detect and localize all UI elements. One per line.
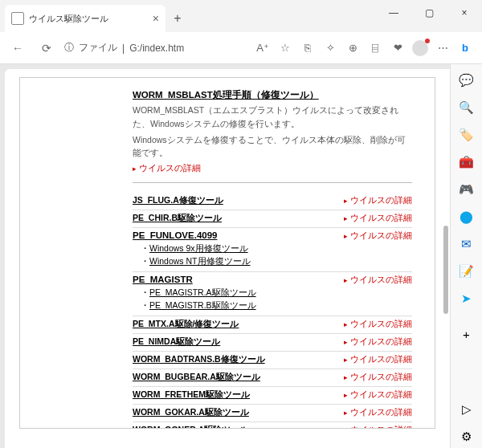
- chat-icon[interactable]: 💬: [455, 69, 478, 92]
- tool-row: WORM_GOKAR.A駆除ツールウイルスの詳細: [133, 405, 412, 422]
- window-controls: — ▢ ×: [376, 0, 482, 26]
- note-icon[interactable]: 📝: [455, 260, 478, 283]
- page-content: WORM_MSBLAST処理手順（修復ツール） WORM_MSBLAST（エムエ…: [5, 69, 450, 448]
- tool-title-link[interactable]: WORM_BUGBEAR.A駆除ツール: [133, 372, 260, 383]
- toolbar: ← ⟳ ⓘ ファイル | G:/index.htm A⁺ ☆ ⎘ ✧ ⊕ ⌸ ❤…: [0, 32, 482, 64]
- tool-detail-link[interactable]: ウイルスの詳細: [344, 213, 412, 224]
- tool-detail-link[interactable]: ウイルスの詳細: [344, 425, 412, 429]
- tool-group: PE_MAGISTRウイルスの詳細PE_MAGISTR.A駆除ツールPE_MAG…: [133, 272, 412, 316]
- featured-section: WORM_MSBLAST処理手順（修復ツール） WORM_MSBLAST（エムエ…: [133, 89, 412, 183]
- address-path: G:/index.htm: [129, 43, 184, 54]
- tool-title-link[interactable]: PE_NIMDA駆除ツール: [133, 336, 220, 348]
- tool-detail-link[interactable]: ウイルスの詳細: [344, 372, 412, 383]
- featured-detail-link[interactable]: ウイルスの詳細: [133, 163, 201, 173]
- tool-title-link[interactable]: WORM_FRETHEM駆除ツール: [133, 389, 250, 401]
- tool-detail-link[interactable]: ウイルスの詳細: [344, 319, 412, 330]
- minimize-button[interactable]: —: [376, 0, 411, 26]
- tool-row: PE_NIMDA駆除ツールウイルスの詳細: [133, 334, 412, 352]
- sync-icon[interactable]: ⎘: [297, 37, 318, 59]
- close-window-button[interactable]: ×: [447, 0, 482, 26]
- tool-detail-link[interactable]: ウイルスの詳細: [344, 336, 412, 348]
- tool-detail-link[interactable]: ウイルスの詳細: [344, 354, 412, 365]
- scrollbar-thumb[interactable]: [443, 226, 448, 314]
- tool-title-link[interactable]: WORM_GONER.A駆除ツール: [133, 425, 248, 429]
- more-menu-icon[interactable]: ⋯: [432, 37, 453, 59]
- tool-detail-link[interactable]: ウイルスの詳細: [344, 389, 412, 401]
- tool-row: WORM_BADTRANS.B修復ツールウイルスの詳細: [133, 352, 412, 369]
- maximize-button[interactable]: ▢: [411, 0, 447, 26]
- settings-icon[interactable]: ⚙: [455, 426, 478, 448]
- info-icon: ⓘ: [64, 41, 74, 55]
- search-icon[interactable]: 🔍: [455, 96, 478, 119]
- featured-desc-2: Windowsシステムを修復することで、ウイルス本体の駆除、削除が可能です。: [133, 133, 412, 161]
- tool-title-link[interactable]: PE_MTX.A駆除/修復ツール: [133, 319, 239, 330]
- tool-detail-link[interactable]: ウイルスの詳細: [344, 230, 412, 242]
- address-kind: ファイル: [79, 41, 117, 55]
- outlook-icon[interactable]: ✉: [455, 233, 478, 255]
- toolbox-icon[interactable]: 🧰: [455, 151, 478, 173]
- back-button[interactable]: ←: [6, 37, 29, 59]
- tool-row: PE_CHIR.B駆除ツールウイルスの詳細: [133, 210, 412, 228]
- hide-sidebar-icon[interactable]: ▷: [455, 398, 478, 421]
- sub-tool-link[interactable]: PE_MAGISTR.B駆除ツール: [149, 300, 256, 310]
- tool-title-link[interactable]: PE_CHIR.B駆除ツール: [133, 213, 222, 224]
- tool-group-title: PE_MAGISTR: [133, 275, 193, 286]
- refresh-button[interactable]: ⟳: [35, 37, 58, 59]
- page-icon: [11, 12, 24, 25]
- sub-tool-link[interactable]: PE_MAGISTR.A駆除ツール: [149, 287, 256, 297]
- shopping-tag-icon[interactable]: 🏷️: [455, 124, 478, 146]
- sub-tool-link[interactable]: Windows 9x用修復ツール: [149, 243, 248, 253]
- close-tab-icon[interactable]: ×: [153, 12, 159, 25]
- tool-row: JS_FLUG.A修復ツールウイルスの詳細: [133, 193, 412, 210]
- profile-avatar[interactable]: [410, 37, 431, 59]
- copilot-icon[interactable]: b: [455, 37, 476, 59]
- extensions-icon[interactable]: ⌸: [365, 37, 386, 59]
- address-separator: |: [122, 43, 125, 54]
- sub-tool-link[interactable]: Windows NT用修復ツール: [149, 256, 251, 266]
- scrollbar[interactable]: [442, 77, 448, 440]
- send-icon[interactable]: ➤: [455, 287, 478, 310]
- tool-row: WORM_BUGBEAR.A駆除ツールウイルスの詳細: [133, 369, 412, 387]
- tool-title-link[interactable]: WORM_BADTRANS.B修復ツール: [133, 354, 265, 365]
- office-icon[interactable]: ⬤: [455, 206, 478, 228]
- games-icon[interactable]: 🎮: [455, 178, 478, 201]
- wellbeing-icon[interactable]: ❤: [387, 37, 408, 59]
- favorites-list-icon[interactable]: ✧: [320, 37, 341, 59]
- tab-title: ウイルス駆除ツール: [29, 13, 148, 25]
- reading-mode-icon[interactable]: A⁺: [252, 37, 273, 59]
- tool-group: PE_FUNLOVE.4099ウイルスの詳細Windows 9x用修復ツールWi…: [133, 228, 412, 272]
- address-bar[interactable]: ⓘ ファイル | G:/index.htm: [64, 41, 185, 55]
- add-sidebar-icon[interactable]: +: [455, 323, 478, 345]
- featured-desc-1: WORM_MSBLAST（エムエスブラスト）ウイルスによって改変された、Wind…: [133, 104, 412, 131]
- tool-row: WORM_GONER.A駆除ツールウイルスの詳細: [133, 422, 412, 429]
- collections-icon[interactable]: ⊕: [342, 37, 363, 59]
- tool-group-title: PE_FUNLOVE.4099: [133, 230, 217, 242]
- featured-title-link[interactable]: WORM_MSBLAST処理手順（修復ツール）: [133, 89, 412, 101]
- favorite-icon[interactable]: ☆: [275, 37, 296, 59]
- new-tab-button[interactable]: +: [165, 6, 190, 31]
- tool-detail-link[interactable]: ウイルスの詳細: [344, 275, 412, 286]
- tool-row: PE_MTX.A駆除/修復ツールウイルスの詳細: [133, 316, 412, 334]
- browser-tab[interactable]: ウイルス駆除ツール ×: [5, 5, 165, 32]
- tool-detail-link[interactable]: ウイルスの詳細: [344, 195, 412, 206]
- tool-row: WORM_FRETHEM駆除ツールウイルスの詳細: [133, 387, 412, 405]
- edge-sidebar: 💬 🔍 🏷️ 🧰 🎮 ⬤ ✉ 📝 ➤ + ▷ ⚙: [450, 64, 482, 448]
- tool-title-link[interactable]: WORM_GOKAR.A駆除ツール: [133, 407, 249, 418]
- tool-detail-link[interactable]: ウイルスの詳細: [344, 407, 412, 418]
- titlebar: ウイルス駆除ツール × + — ▢ ×: [0, 0, 482, 32]
- tool-title-link[interactable]: JS_FLUG.A修復ツール: [133, 195, 223, 206]
